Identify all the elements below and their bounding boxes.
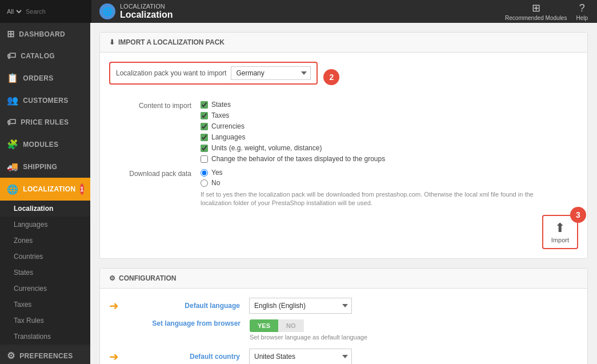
set-language-label: Set language from browser: [124, 319, 250, 327]
radio-yes-input[interactable]: [201, 169, 208, 177]
checkbox-units[interactable]: Units (e.g. weight, volume, distance): [201, 144, 385, 152]
checkbox-languages-input[interactable]: [201, 134, 208, 141]
pack-label: Localization pack you want to import: [116, 69, 226, 77]
brand-texts: LOCALIZATION Localization: [120, 3, 173, 20]
radio-no[interactable]: No: [201, 179, 543, 187]
help-label: Help: [576, 15, 588, 21]
submenu-languages[interactable]: Languages: [0, 217, 90, 233]
import-section-header: ⬇ IMPORT A LOCALIZATION PACK: [100, 33, 587, 53]
preferences-icon: ⚙: [7, 350, 15, 361]
sidebar-item-label: LOCALIZATION: [23, 185, 75, 193]
checkboxes-container: States Taxes Currencies Languages: [201, 101, 385, 163]
sidebar-item-catalog[interactable]: 🏷 CATALOG: [0, 45, 90, 67]
sidebar-item-orders[interactable]: 📋 ORDERS: [0, 67, 90, 89]
set-language-row: Set language from browser YES NO Set bro…: [124, 319, 578, 341]
import-section-title: IMPORT A LOCALIZATION PACK: [118, 38, 225, 46]
default-country-select[interactable]: United States Germany France: [249, 349, 352, 364]
toggle-yes-language[interactable]: YES: [250, 319, 278, 332]
orders-icon: 📋: [7, 73, 18, 83]
import-icon: ⬇: [109, 38, 115, 46]
page-category: LOCALIZATION: [120, 3, 173, 10]
submenu-zones[interactable]: Zones: [0, 233, 90, 249]
import-btn-wrapper: ⬆ Import 3: [542, 215, 578, 249]
checkbox-currencies[interactable]: Currencies: [201, 122, 385, 130]
sidebar-item-label: CATALOG: [21, 52, 55, 60]
help-icon: ?: [579, 2, 585, 14]
content-import-label: Content to import: [109, 102, 201, 110]
download-pack-label: Download pack data: [109, 170, 201, 178]
radio-no-input[interactable]: [201, 179, 208, 187]
checkbox-tax-behavior-label: Change the behavior of the taxes display…: [211, 155, 385, 163]
submenu-taxes[interactable]: Taxes: [0, 297, 90, 313]
checkbox-units-input[interactable]: [201, 145, 208, 152]
topbar: All 🌐 LOCALIZATION Localization ⊞ Recomm…: [0, 0, 597, 23]
submenu-tax-rules[interactable]: Tax Rules: [0, 313, 90, 329]
config-section: ⚙ CONFIGURATION ➜ Default language Engli…: [99, 268, 588, 364]
language-toggle[interactable]: YES NO: [250, 319, 367, 332]
default-language-control: English (English) French (Français) Germ…: [249, 298, 352, 314]
search-input[interactable]: [26, 8, 77, 15]
sidebar-item-localization[interactable]: 🌐 LOCALIZATION 1: [0, 178, 90, 201]
import-section: ⬇ IMPORT A LOCALIZATION PACK Localizatio…: [99, 32, 588, 259]
checkbox-units-label: Units (e.g. weight, volume, distance): [211, 144, 322, 152]
submenu-currencies[interactable]: Currencies: [0, 281, 90, 297]
arrow-icon-country: ➜: [109, 350, 119, 363]
download-info-text: If set to yes then the localization pack…: [201, 190, 543, 208]
checkbox-taxes[interactable]: Taxes: [201, 111, 385, 119]
topbar-right: ⊞ Recommended Modules ? Help: [505, 2, 597, 21]
sidebar-item-label: CUSTOMERS: [23, 97, 68, 105]
import-pack-box: Localization pack you want to import Ger…: [109, 62, 318, 85]
sidebar-item-dashboard[interactable]: ⊞ DASHBOARD: [0, 23, 90, 45]
default-country-control: United States Germany France: [249, 349, 352, 364]
pack-selector-row: Localization pack you want to import Ger…: [109, 62, 578, 93]
import-button-row: ⬆ Import 3: [109, 215, 578, 249]
default-language-row: ➜ Default language English (English) Fre…: [109, 298, 578, 314]
import-section-body: Localization pack you want to import Ger…: [100, 53, 587, 258]
upload-icon: ⬆: [555, 221, 565, 235]
submenu-states[interactable]: States: [0, 265, 90, 281]
help-button[interactable]: ? Help: [576, 2, 588, 21]
recommended-modules-button[interactable]: ⊞ Recommended Modules: [505, 2, 567, 21]
dashboard-icon: ⊞: [7, 29, 14, 39]
brand-area: 🌐 LOCALIZATION Localization: [91, 3, 181, 20]
config-icon: ⚙: [109, 274, 115, 282]
main-content: ⬇ IMPORT A LOCALIZATION PACK Localizatio…: [90, 23, 597, 364]
step3-badge: 3: [570, 207, 586, 223]
checkbox-languages[interactable]: Languages: [201, 133, 385, 141]
sidebar-item-price-rules[interactable]: 🏷 PRICE RULES: [0, 111, 90, 133]
radio-yes-label: Yes: [211, 169, 223, 177]
localization-icon: 🌐: [7, 184, 18, 195]
checkbox-currencies-label: Currencies: [211, 122, 245, 130]
toggle-no-language[interactable]: NO: [278, 319, 304, 332]
recommended-modules-label: Recommended Modules: [505, 15, 567, 21]
submenu-translations[interactable]: Translations: [0, 329, 90, 345]
checkbox-states[interactable]: States: [201, 101, 385, 109]
sidebar-item-customers[interactable]: 👥 CUSTOMERS: [0, 89, 90, 111]
default-country-label: Default country: [123, 353, 249, 361]
globe-icon: 🌐: [99, 3, 115, 19]
checkbox-currencies-input[interactable]: [201, 123, 208, 130]
price-rules-icon: 🏷: [7, 117, 16, 127]
search-area: All: [0, 0, 91, 23]
page-title: Localization: [120, 10, 173, 20]
checkbox-tax-behavior[interactable]: Change the behavior of the taxes display…: [201, 155, 385, 163]
import-btn-label: Import: [551, 237, 569, 243]
sidebar: ⊞ DASHBOARD 🏷 CATALOG 📋 ORDERS 👥 CUSTOME…: [0, 23, 90, 364]
default-country-row: ➜ Default country United States Germany …: [109, 349, 578, 364]
sidebar-item-shipping[interactable]: 🚚 SHIPPING: [0, 155, 90, 178]
checkbox-taxes-input[interactable]: [201, 112, 208, 119]
config-section-body: ➜ Default language English (English) Fre…: [100, 289, 587, 364]
default-language-select[interactable]: English (English) French (Français) Germ…: [249, 298, 352, 314]
content-import-row: Content to import States Taxes Curren: [109, 101, 578, 163]
sidebar-item-modules[interactable]: 🧩 MODULES: [0, 133, 90, 155]
checkbox-tax-behavior-input[interactable]: [201, 155, 208, 163]
step2-badge: 2: [323, 69, 339, 85]
search-scope-select[interactable]: All: [5, 7, 23, 15]
sidebar-item-preferences[interactable]: ⚙ PREFERENCES: [0, 345, 90, 364]
submenu-countries[interactable]: Countries: [0, 249, 90, 265]
checkbox-states-input[interactable]: [201, 101, 208, 109]
submenu-localization[interactable]: Localization: [0, 201, 90, 217]
radio-yes[interactable]: Yes: [201, 169, 543, 177]
pack-select[interactable]: Germany France Spain United States: [231, 66, 311, 80]
arrow-icon-language: ➜: [109, 299, 119, 313]
